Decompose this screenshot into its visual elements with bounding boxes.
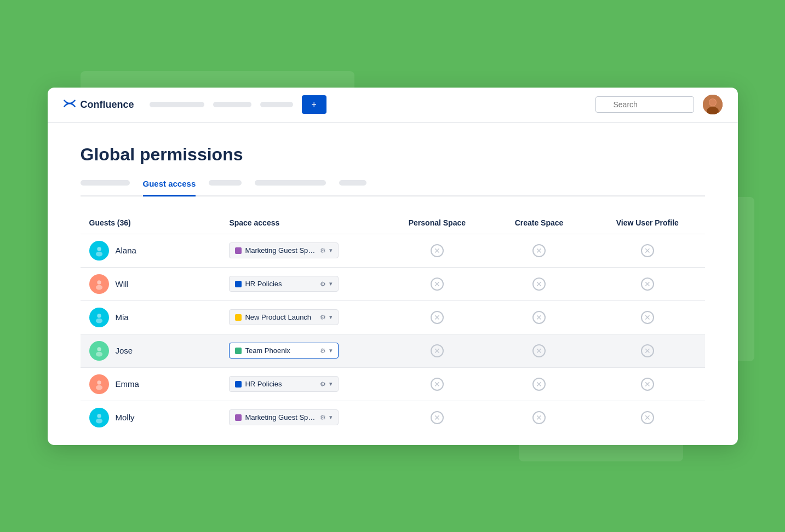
svg-point-10 <box>97 280 101 284</box>
perm-toggle-will-personal[interactable]: ✕ <box>431 277 444 291</box>
perm-toggle-jose-create[interactable]: ✕ <box>532 344 546 357</box>
user-name-will: Will <box>116 279 129 288</box>
space-name-molly: Marketing Guest Space <box>245 413 317 421</box>
guest-cell-molly: Molly <box>81 401 221 434</box>
perm-toggle-molly-view[interactable]: ✕ <box>641 411 654 424</box>
space-cell-will: HR Policies ⚙ ▾ <box>220 267 386 300</box>
svg-point-17 <box>95 351 102 356</box>
avatar-image <box>703 95 723 114</box>
user-name-mia: Mia <box>116 313 129 322</box>
space-name-emma: HR Policies <box>245 380 317 388</box>
space-color-alana <box>235 247 242 254</box>
tab-guest-access[interactable]: Guest access <box>143 179 196 196</box>
page-content: Global permissions Guest access Guests (… <box>48 123 738 445</box>
search-input[interactable] <box>595 96 694 113</box>
table-row: Emma HR Policies ⚙ ▾ <box>81 367 705 401</box>
perm-personal-will: ✕ <box>386 267 488 300</box>
space-color-jose <box>235 348 242 354</box>
user-avatar[interactable] <box>703 95 723 114</box>
avatar-molly <box>89 408 109 427</box>
perm-toggle-emma-view[interactable]: ✕ <box>641 378 654 391</box>
logo-label: Confluence <box>81 99 134 111</box>
perm-toggle-alana-create[interactable]: ✕ <box>532 244 546 257</box>
confluence-logo-icon <box>63 97 76 113</box>
space-dropdown-emma[interactable]: HR Policies ⚙ ▾ <box>229 376 339 392</box>
table-row: Will HR Policies ⚙ ▾ <box>81 267 705 300</box>
table-row: Mia New Product Launch ⚙ ▾ <box>81 300 705 334</box>
chevron-icon-jose: ▾ <box>329 347 333 354</box>
perm-toggle-will-view[interactable]: ✕ <box>641 277 654 291</box>
avatar-alana <box>89 241 109 261</box>
perm-toggle-molly-personal[interactable]: ✕ <box>431 411 444 424</box>
avatar-mia <box>89 308 109 327</box>
perm-personal-alana: ✕ <box>386 234 488 267</box>
svg-point-23 <box>95 418 102 423</box>
perm-toggle-jose-view[interactable]: ✕ <box>641 344 654 357</box>
perm-toggle-mia-view[interactable]: ✕ <box>641 311 654 324</box>
svg-point-8 <box>95 251 102 256</box>
chevron-icon-emma: ▾ <box>329 380 333 388</box>
space-dropdown-mia[interactable]: New Product Launch ⚙ ▾ <box>229 309 339 325</box>
col-header-create: Create Space <box>488 212 590 234</box>
space-name-will: HR Policies <box>245 280 317 288</box>
perm-create-mia: ✕ <box>488 300 590 334</box>
space-cell-alana: Marketing Guest Space ⚙ ▾ <box>220 234 386 267</box>
space-color-emma <box>235 381 242 388</box>
space-cell-emma: HR Policies ⚙ ▾ <box>220 367 386 401</box>
tab-pill-3[interactable] <box>255 180 326 186</box>
tab-pill-1[interactable] <box>81 180 130 186</box>
space-dropdown-molly[interactable]: Marketing Guest Space ⚙ ▾ <box>229 409 339 425</box>
svg-point-20 <box>95 385 102 390</box>
perm-view-jose: ✕ <box>590 334 704 367</box>
guest-cell-will: Will <box>81 267 221 300</box>
perm-create-molly: ✕ <box>488 401 590 434</box>
space-cell-molly: Marketing Guest Space ⚙ ▾ <box>220 401 386 434</box>
col-header-view: View User Profile <box>590 212 704 234</box>
tab-pill-4[interactable] <box>339 180 366 186</box>
table-row: Alana Marketing Guest Space ⚙ ▾ <box>81 234 705 267</box>
perm-toggle-alana-view[interactable]: ✕ <box>641 244 654 257</box>
create-button[interactable]: + <box>302 95 326 114</box>
nav-pill-3[interactable] <box>260 102 293 107</box>
space-dropdown-will[interactable]: HR Policies ⚙ ▾ <box>229 276 339 292</box>
permissions-table: Guests (36) Space access Personal Space … <box>81 212 705 434</box>
space-cell-mia: New Product Launch ⚙ ▾ <box>220 300 386 334</box>
space-dropdown-jose[interactable]: Team Phoenix ⚙ ▾ <box>229 343 339 358</box>
settings-icon-alana: ⚙ <box>320 247 326 255</box>
table-row-jose: Jose Team Phoenix ⚙ ▾ <box>81 334 705 367</box>
settings-icon-will: ⚙ <box>320 280 326 288</box>
tab-pill-2[interactable] <box>209 180 242 186</box>
svg-point-7 <box>97 247 101 251</box>
perm-toggle-jose-personal[interactable]: ✕ <box>431 344 444 357</box>
user-name-jose: Jose <box>116 346 133 355</box>
perm-create-jose: ✕ <box>488 334 590 367</box>
perm-toggle-mia-personal[interactable]: ✕ <box>431 311 444 324</box>
guest-cell-alana: Alana <box>81 234 221 267</box>
perm-create-emma: ✕ <box>488 367 590 401</box>
svg-point-22 <box>97 414 101 418</box>
search-wrapper <box>595 96 694 113</box>
table-container: Guests (36) Space access Personal Space … <box>81 212 705 434</box>
svg-point-14 <box>95 318 102 323</box>
space-dropdown-alana[interactable]: Marketing Guest Space ⚙ ▾ <box>229 242 339 258</box>
svg-point-5 <box>709 99 716 106</box>
space-color-will <box>235 281 242 287</box>
guest-cell-emma: Emma <box>81 367 221 401</box>
space-color-molly <box>235 414 242 421</box>
space-cell-jose: Team Phoenix ⚙ ▾ <box>220 334 386 367</box>
logo-area: Confluence <box>63 97 134 113</box>
perm-toggle-emma-create[interactable]: ✕ <box>532 378 546 391</box>
nav-pill-2[interactable] <box>213 102 251 107</box>
perm-toggle-alana-personal[interactable]: ✕ <box>431 244 444 257</box>
perm-toggle-will-create[interactable]: ✕ <box>532 277 546 291</box>
perm-view-mia: ✕ <box>590 300 704 334</box>
space-name-jose: Team Phoenix <box>245 346 317 355</box>
perm-view-emma: ✕ <box>590 367 704 401</box>
nav-pill-1[interactable] <box>150 102 204 107</box>
user-name-emma: Emma <box>116 379 139 389</box>
nav-bar: Confluence + <box>48 88 738 123</box>
perm-toggle-molly-create[interactable]: ✕ <box>532 411 546 424</box>
perm-toggle-mia-create[interactable]: ✕ <box>532 311 546 324</box>
table-row: Molly Marketing Guest Space ⚙ ▾ <box>81 401 705 434</box>
perm-toggle-emma-personal[interactable]: ✕ <box>431 378 444 391</box>
